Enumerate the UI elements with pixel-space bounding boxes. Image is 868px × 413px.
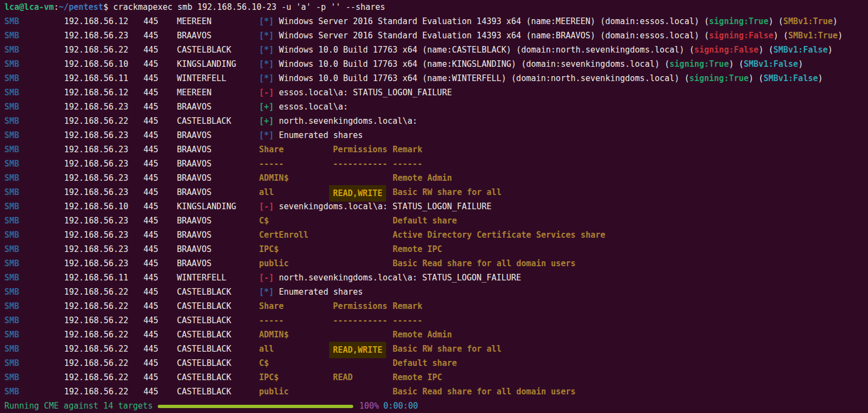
terminal-screen[interactable]: lca@lca-vm:~/pentest$ crackmapexec smb 1… [0, 0, 868, 413]
share-remark: Basic Read share for all domain users [393, 256, 576, 271]
ip-cell: 192.168.56.23 [64, 214, 128, 228]
terminal-row: SMB192.168.56.22445CASTELBLACKC$Default … [0, 356, 868, 370]
message-segment: ) ( [758, 45, 773, 55]
hostname-cell: BRAAVOS [177, 157, 211, 171]
signing-status: signing:False [694, 45, 758, 55]
terminal-row: SMB192.168.56.23445BRAAVOSC$Default shar… [0, 214, 868, 228]
info-marker: [*] [259, 16, 279, 26]
message-segment: ) [818, 73, 823, 83]
prompt-dollar: $ [104, 2, 108, 12]
signing-status: signing:True [709, 16, 768, 26]
ip-cell: 192.168.56.22 [64, 328, 128, 342]
ip-cell: 192.168.56.22 [64, 285, 128, 299]
message-segment: north.sevenkingdoms.local\a: [279, 116, 417, 126]
terminal-row: SMB192.168.56.22445CASTELBLACKallREAD,WR… [0, 342, 868, 356]
ip-cell: 192.168.56.11 [64, 71, 128, 85]
message-segment: ----- [259, 313, 284, 328]
ip-cell: 192.168.56.22 [64, 342, 128, 356]
hostname-cell: BRAAVOS [177, 242, 211, 256]
signing-status: signing:True [670, 59, 729, 69]
terminal-row: SMB192.168.56.22445CASTELBLACK[*] Enumer… [0, 285, 868, 299]
port-cell: 445 [143, 85, 158, 100]
terminal-row: SMB192.168.56.23445BRAAVOSpublicBasic Re… [0, 256, 868, 271]
info-marker: [*] [259, 45, 279, 55]
remark-header: Remark [393, 299, 422, 313]
protocol-cell: SMB [4, 299, 19, 313]
port-cell: 445 [143, 128, 158, 142]
protocol-cell: SMB [4, 142, 19, 157]
share-remark: Active Directory Certificate Services sh… [393, 228, 605, 242]
port-cell: 445 [143, 28, 158, 43]
protocol-cell: SMB [4, 157, 19, 171]
success-marker: [+] [259, 116, 279, 126]
ip-cell: 192.168.56.22 [64, 114, 128, 128]
share-name: CertEnroll [259, 228, 308, 242]
message-segment: north.sevenkingdoms.local\a: STATUS_LOGO… [279, 273, 521, 283]
share-remark: Default share [393, 356, 457, 370]
hostname-cell: CASTELBLACK [177, 43, 231, 57]
message-cell: [-] north.sevenkingdoms.local\a: STATUS_… [259, 271, 521, 285]
hostname-cell: CASTELBLACK [177, 313, 231, 328]
hostname-cell: BRAAVOS [177, 185, 211, 199]
fail-marker: [-] [259, 202, 279, 211]
message-cell: [*] Windows Server 2016 Standard Evaluat… [259, 14, 838, 28]
message-segment: sevenkingdoms.local\a: STATUS_LOGON_FAIL… [279, 202, 491, 211]
message-segment: ) [838, 31, 843, 41]
terminal-row: SMB192.168.56.22445CASTELBLACKSharePermi… [0, 299, 868, 313]
ip-cell: 192.168.56.22 [64, 43, 128, 57]
terminal-row: SMB192.168.56.22445CASTELBLACKADMIN$Remo… [0, 328, 868, 342]
terminal-row: SMB192.168.56.23445BRAAVOS--------------… [0, 157, 868, 171]
status-line: Running CME against 14 targets 100% 0:00… [0, 399, 868, 413]
protocol-cell: SMB [4, 356, 19, 370]
message-segment: ) ( [749, 73, 763, 83]
port-cell: 445 [143, 114, 158, 128]
message-segment: ) ( [768, 16, 783, 26]
fail-marker: [-] [259, 88, 279, 97]
share-header: Share [259, 299, 284, 313]
port-cell: 445 [143, 199, 158, 214]
smbv1-status: SMBv1:True [783, 16, 832, 26]
message-segment: Windows 10.0 Build 17763 x64 (name:KINGS… [279, 59, 669, 69]
port-cell: 445 [143, 370, 158, 385]
share-remark: Remote Admin [393, 171, 452, 185]
share-name: ADMIN$ [259, 171, 289, 185]
protocol-cell: SMB [4, 214, 19, 228]
smbv1-status: SMBv1:False [763, 73, 818, 83]
hostname-cell: CASTELBLACK [177, 285, 231, 299]
terminal-row: SMB192.168.56.23445BRAAVOSSharePermissio… [0, 142, 868, 157]
message-cell: [-] sevenkingdoms.local\a: STATUS_LOGON_… [259, 199, 491, 214]
ip-cell: 192.168.56.22 [64, 299, 128, 313]
message-segment: Enumerated shares [279, 130, 363, 140]
protocol-cell: SMB [4, 43, 19, 57]
protocol-cell: SMB [4, 199, 19, 214]
info-marker: [*] [259, 287, 279, 297]
share-name: ADMIN$ [259, 328, 289, 342]
share-remark: Basic Read share for all domain users [393, 385, 576, 399]
port-cell: 445 [143, 171, 158, 185]
protocol-cell: SMB [4, 271, 19, 285]
port-cell: 445 [143, 342, 158, 356]
hostname-cell: CASTELBLACK [177, 299, 231, 313]
hostname-cell: MEEREEN [177, 14, 211, 28]
ip-cell: 192.168.56.10 [64, 199, 128, 214]
ip-cell: 192.168.56.12 [64, 85, 128, 100]
terminal-row: SMB192.168.56.23445BRAAVOSallREAD,WRITEB… [0, 185, 868, 199]
hostname-cell: BRAAVOS [177, 228, 211, 242]
progress-percent: 100% [359, 399, 379, 413]
ip-cell: 192.168.56.23 [64, 100, 128, 114]
ip-cell: 192.168.56.23 [64, 28, 128, 43]
ip-cell: 192.168.56.23 [64, 242, 128, 256]
hostname-cell: BRAAVOS [177, 171, 211, 185]
message-segment: Enumerated shares [279, 287, 363, 297]
message-cell: [*] Windows Server 2016 Standard Evaluat… [259, 28, 843, 43]
message-segment: ) [833, 16, 838, 26]
hostname-cell: BRAAVOS [177, 214, 211, 228]
hostname-cell: BRAAVOS [177, 256, 211, 271]
protocol-cell: SMB [4, 313, 19, 328]
protocol-cell: SMB [4, 28, 19, 43]
message-cell: [*] Enumerated shares [259, 285, 363, 299]
message-segment: ----- [259, 157, 284, 171]
terminal-row: SMB192.168.56.22445CASTELBLACKIPC$READRe… [0, 370, 868, 385]
share-remark: Default share [393, 214, 457, 228]
smbv1-status: SMBv1:True [788, 31, 837, 41]
